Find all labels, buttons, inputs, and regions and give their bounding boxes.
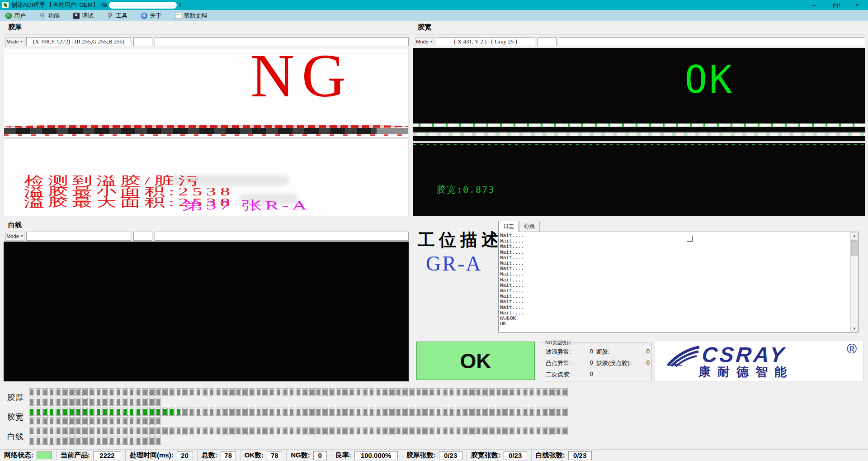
- menu-item[interactable]: 关于: [141, 12, 161, 20]
- indicator-cell: [62, 398, 68, 406]
- tab-log[interactable]: 日志: [498, 221, 519, 232]
- image-view-whiteline[interactable]: [4, 242, 409, 381]
- indicator-fill: [297, 409, 300, 415]
- indicator-fill: [217, 409, 220, 415]
- indicator-fill: [90, 418, 94, 424]
- indicator-fill: [63, 409, 67, 415]
- restore-button[interactable]: [825, 0, 846, 10]
- indicator-fill: [50, 428, 53, 434]
- image-view-width[interactable]: OK 胶宽:0.873: [413, 48, 865, 216]
- overall-result-button[interactable]: OK: [416, 342, 535, 380]
- indicator-cell: [489, 408, 495, 416]
- indicator-cell: [562, 388, 568, 396]
- indicator-fill: [277, 409, 280, 415]
- mode-dropdown[interactable]: Mode ▼: [415, 37, 434, 46]
- indicator-cell: [36, 408, 41, 416]
- indicator-fill: [417, 390, 420, 395]
- scroll-down-icon[interactable]: ▼: [851, 325, 858, 332]
- indicator-fill: [103, 390, 107, 395]
- indicator-fill: [463, 428, 467, 434]
- app-icon: [2, 2, 9, 8]
- indicator-fill: [363, 409, 367, 415]
- indicator-fill: [503, 390, 507, 395]
- minimize-button[interactable]: –: [803, 0, 825, 10]
- menu-bar: 用户功能调试工具关于帮助文档: [0, 10, 868, 21]
- indicator-fill: [137, 438, 140, 444]
- divider: [4, 230, 409, 230]
- indicator-fill: [337, 390, 340, 395]
- pixel-readout-field[interactable]: [26, 232, 131, 241]
- indicator-fill: [250, 428, 254, 434]
- scroll-up-icon[interactable]: ▲: [851, 232, 858, 239]
- indicator-cell: [256, 427, 261, 435]
- indicator-fill: [510, 409, 514, 415]
- message-field[interactable]: [155, 37, 409, 46]
- log-checkbox[interactable]: [687, 236, 693, 242]
- indicator-fill: [76, 418, 80, 424]
- mode-dropdown[interactable]: Mode ▼: [5, 232, 24, 241]
- menu-item[interactable]: 功能: [39, 12, 60, 20]
- mode-dropdown[interactable]: Mode ▼: [5, 37, 24, 46]
- indicator-cell: [542, 427, 548, 435]
- indicator-fill: [537, 390, 540, 395]
- indicator-cell: [156, 388, 161, 396]
- indicator-cell: [102, 408, 108, 416]
- scrollbar-thumb[interactable]: [851, 240, 858, 256]
- pixel-readout-field[interactable]: (X 398,Y 1272) : (R 255,G 255,B 255): [26, 37, 131, 46]
- indicator-cell: [169, 427, 175, 435]
- indicator-cell: [476, 388, 481, 396]
- gear-icon: [39, 13, 46, 19]
- indicator-fill: [63, 390, 67, 395]
- indicator-cell: [209, 427, 214, 435]
- message-field[interactable]: [559, 37, 865, 46]
- indicator-cell: [42, 427, 48, 435]
- chevron-down-icon: ▼: [20, 234, 24, 238]
- indicator-cell: [476, 427, 481, 435]
- indicator-fill: [316, 428, 320, 434]
- menu-item[interactable]: 用户: [5, 12, 26, 20]
- close-button[interactable]: ×: [846, 0, 868, 10]
- indicator-cell: [322, 408, 328, 416]
- indicator-fill: [263, 428, 267, 434]
- indicator-cell: [502, 388, 508, 396]
- indicator-fill: [97, 399, 100, 405]
- indicator-cell: [169, 408, 175, 416]
- log-scrollbar[interactable]: ▲ ▼: [850, 232, 858, 332]
- log-line: Wait....: [500, 238, 849, 244]
- log-lines[interactable]: Wait....Wait....Wait....Wait....Wait....…: [500, 233, 849, 331]
- indicator-cell: [242, 388, 248, 396]
- indicator-fill: [177, 409, 180, 415]
- indicator-fill: [337, 428, 340, 434]
- small-value-field[interactable]: [538, 37, 557, 46]
- status-item: NG数:0: [287, 450, 331, 461]
- small-value-field[interactable]: [133, 232, 152, 241]
- indicator-fill: [443, 390, 447, 395]
- pixel-readout-field[interactable]: ( X 431, Y 2 ) : ( Gray 25 ): [436, 37, 535, 46]
- indicator-cell: [549, 388, 555, 396]
- message-field[interactable]: [155, 232, 409, 241]
- menu-item[interactable]: 工具: [107, 12, 127, 20]
- indicator-cell: [382, 427, 388, 435]
- indicator-fill: [103, 409, 107, 415]
- indicator-cell: [109, 388, 114, 396]
- menu-item[interactable]: 帮助文档: [175, 12, 207, 20]
- image-view-thickness[interactable]: NG 检测到溢胶/脏污 溢胶最小面积:2538 溢胶最大面积:2538 第37 …: [4, 48, 409, 216]
- indicator-fill: [117, 418, 120, 424]
- menu-item[interactable]: 调试: [73, 12, 94, 20]
- indicator-fill: [83, 390, 87, 395]
- debug-icon: [73, 13, 80, 19]
- indicator-cell: [436, 408, 441, 416]
- small-value-field[interactable]: [133, 37, 152, 46]
- indicator-fill: [430, 428, 434, 434]
- tab-heartbeat[interactable]: 心跳: [519, 221, 540, 232]
- indicator-cell: [482, 408, 488, 416]
- indicator-fill: [263, 390, 267, 395]
- censored-blob: [109, 2, 177, 9]
- status-value: 100.000%: [354, 451, 398, 460]
- ng-stat-row: 波浪异常:0: [546, 348, 593, 356]
- indicator-cell: [309, 388, 315, 396]
- registered-mark: ®: [847, 341, 857, 356]
- indicator-fill: [123, 399, 127, 405]
- indicator-fill: [156, 428, 160, 434]
- chevron-down-icon: ▼: [430, 40, 433, 43]
